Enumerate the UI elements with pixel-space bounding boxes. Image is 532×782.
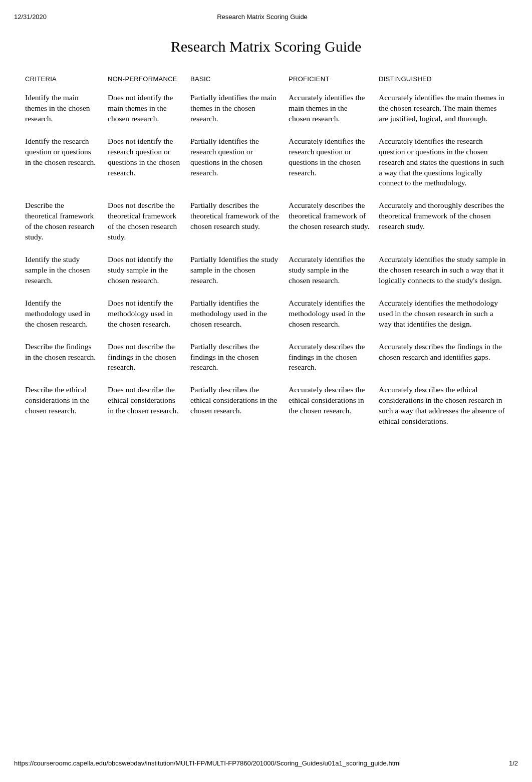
footer-url: https://courseroomc.capella.edu/bbcswebd…	[14, 759, 401, 767]
doc-title-small: Research Matrix Scoring Guide	[47, 13, 478, 21]
table-row: Identify the main themes in the chosen r…	[25, 87, 507, 130]
table-row: Identify the methodology used in the cho…	[25, 292, 507, 336]
cell-proficient: Accurately describes the ethical conside…	[289, 385, 379, 427]
rubric-table: CRITERIA NON-PERFORMANCE BASIC PROFICIEN…	[25, 70, 507, 433]
cell-criteria: Identify the study sample in the chosen …	[25, 254, 108, 286]
cell-proficient: Accurately describes the findings in the…	[289, 342, 379, 373]
cell-basic: Partially identifies the research questi…	[190, 136, 289, 189]
page-header: 12/31/2020 Research Matrix Scoring Guide	[0, 0, 532, 21]
cell-non-performance: Does not describe the findings in the ch…	[108, 342, 190, 373]
cell-basic: Partially describes the ethical consider…	[190, 385, 289, 427]
table-row: Identify the research question or questi…	[25, 130, 507, 195]
cell-criteria: Identify the main themes in the chosen r…	[25, 93, 108, 124]
cell-proficient: Accurately describes the theoretical fra…	[289, 200, 379, 242]
column-header-criteria: CRITERIA	[25, 75, 108, 83]
cell-proficient: Accurately identifies the methodology us…	[289, 298, 379, 330]
cell-basic: Partially Identifies the study sample in…	[190, 254, 289, 286]
print-date: 12/31/2020	[14, 13, 47, 21]
cell-basic: Partially describes the findings in the …	[190, 342, 289, 373]
cell-non-performance: Does not identify the main themes in the…	[108, 93, 190, 124]
cell-criteria: Identify the research question or questi…	[25, 136, 108, 189]
column-header-basic: BASIC	[190, 75, 289, 83]
column-header-non-performance: NON-PERFORMANCE	[108, 75, 190, 83]
cell-distinguished: Accurately and thoroughly describes the …	[379, 200, 507, 242]
cell-distinguished: Accurately describes the ethical conside…	[379, 385, 507, 427]
page-number: 1/2	[509, 759, 518, 767]
table-row: Describe the findings in the chosen rese…	[25, 336, 507, 379]
cell-non-performance: Does not identify the study sample in th…	[108, 254, 190, 286]
cell-criteria: Describe the ethical considerations in t…	[25, 385, 108, 427]
cell-proficient: Accurately identifies the main themes in…	[289, 93, 379, 124]
cell-criteria: Describe the theoretical framework of th…	[25, 200, 108, 242]
table-row: Describe the ethical considerations in t…	[25, 379, 507, 433]
page-footer: https://courseroomc.capella.edu/bbcswebd…	[14, 759, 518, 767]
table-row: Describe the theoretical framework of th…	[25, 194, 507, 248]
cell-non-performance: Does not identify the research question …	[108, 136, 190, 189]
cell-proficient: Accurately identifies the study sample i…	[289, 254, 379, 286]
column-header-proficient: PROFICIENT	[289, 75, 379, 83]
column-header-distinguished: DISTINGUISHED	[379, 75, 507, 83]
cell-distinguished: Accurately identifies the study sample i…	[379, 254, 507, 286]
rubric-header-row: CRITERIA NON-PERFORMANCE BASIC PROFICIEN…	[25, 70, 507, 87]
table-row: Identify the study sample in the chosen …	[25, 248, 507, 292]
cell-non-performance: Does not describe the ethical considerat…	[108, 385, 190, 427]
cell-criteria: Identify the methodology used in the cho…	[25, 298, 108, 330]
cell-distinguished: Accurately describes the findings in the…	[379, 342, 507, 373]
cell-basic: Partially identifies the main themes in …	[190, 93, 289, 124]
cell-non-performance: Does not identify the methodology used i…	[108, 298, 190, 330]
cell-criteria: Describe the findings in the chosen rese…	[25, 342, 108, 373]
cell-basic: Partially identifies the methodology use…	[190, 298, 289, 330]
cell-distinguished: Accurately identifies the main themes in…	[379, 93, 507, 124]
cell-proficient: Accurately identifies the research quest…	[289, 136, 379, 189]
page-title: Research Matrix Scoring Guide	[0, 38, 532, 55]
cell-distinguished: Accurately identifies the research quest…	[379, 136, 507, 189]
cell-basic: Partially describes the theoretical fram…	[190, 200, 289, 242]
cell-distinguished: Accurately identifies the methodology us…	[379, 298, 507, 330]
cell-non-performance: Does not describe the theoretical framew…	[108, 200, 190, 242]
